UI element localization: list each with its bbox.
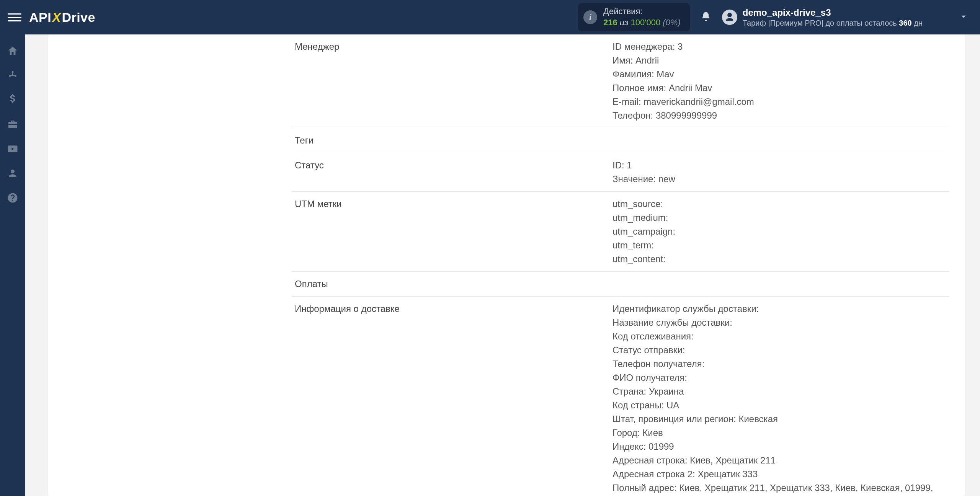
- table-row: МенеджерID менеджера: 3Имя: AndriiФамили…: [292, 34, 949, 128]
- actions-label: Действия:: [603, 6, 681, 17]
- main-card: МенеджерID менеджера: 3Имя: AndriiФамили…: [48, 34, 965, 496]
- user-menu[interactable]: demo_apix-drive_s3 Тариф |Премиум PRO| д…: [722, 7, 969, 28]
- top-header: API X Drive i Действия: 216 из 100'000 (…: [0, 0, 980, 34]
- logo-text-x: X: [52, 10, 61, 25]
- table-row: Теги: [292, 128, 949, 153]
- logo-text-api: API: [29, 10, 51, 25]
- profile-icon[interactable]: [7, 168, 18, 179]
- table-row: Информация о доставкеИдентификатор служб…: [292, 297, 949, 496]
- user-name: demo_apix-drive_s3: [743, 7, 923, 18]
- actions-counter[interactable]: i Действия: 216 из 100'000 (0%): [578, 3, 690, 31]
- avatar-icon: [722, 10, 737, 25]
- billing-icon[interactable]: [7, 94, 18, 106]
- row-label: Теги: [292, 128, 609, 153]
- menu-toggle-icon[interactable]: [8, 10, 21, 24]
- row-value: [609, 128, 949, 153]
- actions-numbers: 216 из 100'000 (0%): [603, 17, 681, 28]
- row-value: [609, 272, 949, 297]
- data-table: МенеджерID менеджера: 3Имя: AndriiФамили…: [292, 34, 949, 496]
- info-icon: i: [583, 10, 597, 24]
- row-value: ID менеджера: 3Имя: AndriiФамилия: MavПо…: [609, 34, 949, 128]
- user-tariff: Тариф |Премиум PRO| до оплаты осталось 3…: [743, 18, 923, 28]
- row-label: Оплаты: [292, 272, 609, 297]
- home-icon[interactable]: [7, 45, 18, 57]
- side-rail: [0, 34, 25, 496]
- briefcase-icon[interactable]: [7, 119, 18, 130]
- chevron-down-icon: [959, 11, 969, 23]
- notifications-icon[interactable]: [701, 11, 711, 23]
- row-value: ID: 1Значение: new: [609, 153, 949, 192]
- table-row: UTM меткиutm_source:utm_medium:utm_campa…: [292, 192, 949, 272]
- table-row: СтатусID: 1Значение: new: [292, 153, 949, 192]
- row-label: UTM метки: [292, 192, 609, 272]
- row-label: Информация о доставке: [292, 297, 609, 496]
- table-row: Оплаты: [292, 272, 949, 297]
- connections-icon[interactable]: [7, 70, 18, 81]
- video-icon[interactable]: [7, 143, 18, 155]
- logo[interactable]: API X Drive: [29, 10, 95, 25]
- row-label: Статус: [292, 153, 609, 192]
- help-icon[interactable]: [7, 192, 18, 204]
- row-value: Идентификатор службы доставки:Название с…: [609, 297, 949, 496]
- row-value: utm_source:utm_medium:utm_campaign:utm_t…: [609, 192, 949, 272]
- row-label: Менеджер: [292, 34, 609, 128]
- logo-text-drive: Drive: [62, 10, 95, 25]
